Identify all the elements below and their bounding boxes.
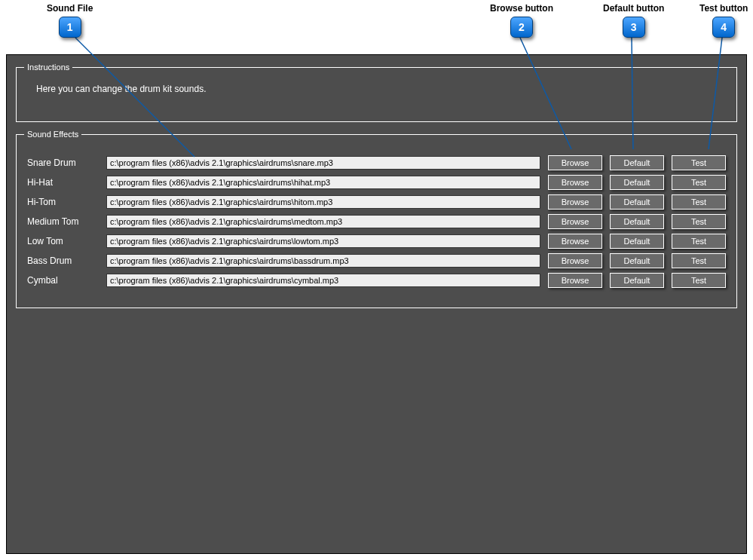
sound-effects-legend: Sound Effects (24, 130, 81, 139)
callout-test-button: Test button 4 (699, 3, 748, 38)
sound-effects-fieldset: Sound Effects Snare Drum Browse Default … (16, 130, 737, 308)
sound-name-label: Hi-Hat (27, 177, 99, 188)
sound-name-label: Hi-Tom (27, 197, 99, 207)
test-button[interactable]: Test (672, 175, 726, 190)
test-button[interactable]: Test (672, 194, 726, 210)
callout-label: Default button (603, 3, 664, 14)
callout-number: 3 (623, 17, 645, 38)
default-button[interactable]: Default (610, 253, 664, 268)
sound-name-label: Medium Tom (27, 216, 99, 227)
callout-label: Test button (699, 3, 748, 14)
test-button[interactable]: Test (672, 214, 726, 229)
sound-file-input[interactable] (106, 274, 540, 287)
test-button[interactable]: Test (672, 234, 726, 249)
browse-button[interactable]: Browse (548, 175, 602, 190)
settings-panel: Instructions Here you can change the dru… (6, 54, 747, 554)
sound-file-input[interactable] (106, 215, 540, 228)
sound-file-input[interactable] (106, 195, 540, 209)
callout-label: Sound File (47, 3, 93, 14)
default-button[interactable]: Default (610, 155, 664, 170)
callout-sound-file: Sound File 1 (47, 3, 93, 38)
sound-row: Cymbal Browse Default Test (27, 273, 726, 288)
callout-number: 4 (712, 17, 735, 38)
sound-row: Hi-Tom Browse Default Test (27, 194, 726, 210)
instructions-legend: Instructions (24, 63, 72, 72)
default-button[interactable]: Default (610, 273, 664, 288)
test-button[interactable]: Test (672, 273, 726, 288)
sound-name-label: Low Tom (27, 236, 99, 246)
sound-row: Hi-Hat Browse Default Test (27, 175, 726, 190)
default-button[interactable]: Default (610, 234, 664, 249)
sound-file-input[interactable] (106, 156, 540, 170)
instructions-fieldset: Instructions Here you can change the dru… (16, 63, 737, 122)
callout-default-button: Default button 3 (603, 3, 664, 38)
browse-button[interactable]: Browse (548, 273, 602, 288)
sound-name-label: Cymbal (27, 275, 99, 286)
default-button[interactable]: Default (610, 175, 664, 190)
browse-button[interactable]: Browse (548, 214, 602, 229)
sound-file-input[interactable] (106, 176, 540, 189)
callout-label: Browse button (490, 3, 553, 14)
callout-browse-button: Browse button 2 (490, 3, 553, 38)
callout-number: 1 (59, 17, 81, 38)
sound-row: Bass Drum Browse Default Test (27, 253, 726, 268)
browse-button[interactable]: Browse (548, 155, 602, 170)
test-button[interactable]: Test (672, 155, 726, 170)
sound-row: Medium Tom Browse Default Test (27, 214, 726, 229)
sound-row: Snare Drum Browse Default Test (27, 155, 726, 170)
sound-file-input[interactable] (106, 234, 540, 248)
sound-name-label: Bass Drum (27, 256, 99, 266)
browse-button[interactable]: Browse (548, 253, 602, 268)
sound-name-label: Snare Drum (27, 158, 99, 168)
sound-file-input[interactable] (106, 254, 540, 268)
sound-row: Low Tom Browse Default Test (27, 234, 726, 249)
instructions-text: Here you can change the drum kit sounds. (27, 79, 726, 111)
browse-button[interactable]: Browse (548, 234, 602, 249)
test-button[interactable]: Test (672, 253, 726, 268)
browse-button[interactable]: Browse (548, 194, 602, 210)
callout-number: 2 (510, 17, 533, 38)
default-button[interactable]: Default (610, 194, 664, 210)
default-button[interactable]: Default (610, 214, 664, 229)
